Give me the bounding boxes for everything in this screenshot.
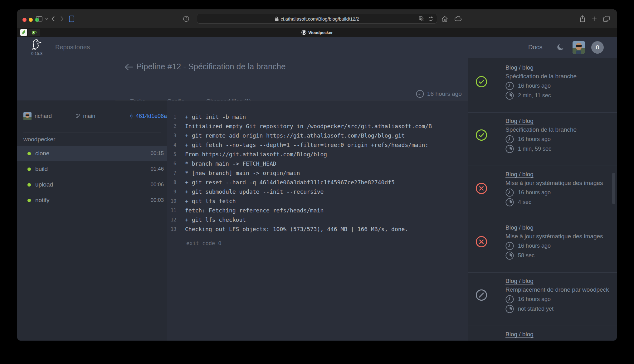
step-name: notify: [35, 197, 146, 204]
build-repo-link[interactable]: Blog / blog: [505, 117, 534, 125]
log-line: 10 + git lfs fetch: [167, 197, 468, 206]
log-line-number: 5: [167, 150, 176, 159]
branch-name[interactable]: main: [83, 113, 95, 119]
build-duration-row: 1 min, 59 sec: [505, 144, 609, 154]
log-line-number: 4: [167, 140, 176, 150]
new-tab-icon[interactable]: [592, 14, 597, 24]
log-line: 3 + git remote add origin https://git.at…: [167, 131, 468, 140]
browser-window: ci.athaliasoft.com/Blog/blog/build/12/2 …: [17, 9, 617, 341]
build-commit-message: Spécification de la branche: [505, 125, 609, 134]
build-time: 16 hours ago: [518, 243, 551, 249]
build-duration: not started yet: [518, 306, 554, 312]
build-duration-row: not started yet: [505, 304, 609, 314]
log-line-number: 10: [167, 197, 176, 206]
address-bar[interactable]: ci.athaliasoft.com/Blog/blog/build/12/2 …: [197, 14, 437, 24]
log-line-text: From https://git.athaliasoft.com/Blog/bl…: [176, 150, 327, 159]
build-time: 16 hours ago: [518, 296, 551, 303]
pipeline-step[interactable]: build 01:46: [17, 161, 167, 177]
build-commit-message: Mise à jour systématique des images: [505, 178, 609, 188]
build-list-item[interactable]: Blog / blog Remplacement de drone par wo…: [468, 273, 617, 326]
address-url: ci.athaliasoft.com/Blog/blog/build/12/2: [281, 16, 359, 22]
build-repo-link[interactable]: Blog / blog: [505, 277, 534, 285]
lock-icon: [275, 17, 279, 21]
forward-button[interactable]: [60, 14, 64, 24]
log-line-number: 12: [167, 215, 176, 225]
build-time: 16 hours ago: [518, 83, 551, 89]
builds-sidebar: Blog / blog Spécification de la branche …: [468, 58, 617, 341]
notification-badge[interactable]: 0: [591, 41, 604, 54]
log-line-number: 1: [167, 112, 176, 122]
log-line-number: 11: [167, 206, 176, 215]
failure-x-icon: [476, 182, 487, 194]
page-info-icon[interactable]: [183, 14, 189, 24]
log-line-text: + git submodule update --init --recursiv…: [176, 187, 324, 197]
start-page-icon[interactable]: [69, 14, 74, 24]
dark-mode-toggle-icon[interactable]: [554, 41, 567, 53]
nav-repositories-link[interactable]: Repositories: [55, 37, 90, 58]
step-duration: 00:03: [150, 197, 164, 203]
tab-overview-icon[interactable]: [603, 14, 610, 24]
pipeline-step[interactable]: notify 00:03: [17, 192, 167, 208]
log-line-number: 7: [167, 168, 176, 178]
build-status-icon: [476, 289, 487, 301]
icloud-tabs-icon[interactable]: [455, 14, 462, 24]
success-check-icon: [476, 129, 487, 141]
active-tab[interactable]: Woodpecker: [17, 28, 617, 37]
minimize-window-button[interactable]: [29, 18, 33, 22]
build-list-item[interactable]: Blog / blog Remplacement de drone par wo…: [468, 326, 617, 341]
step-log-output[interactable]: 1 + git init -b main 2 Initialized empty…: [167, 100, 468, 341]
log-line-text: + git lfs checkout: [176, 215, 246, 225]
clock-icon: [505, 188, 514, 197]
sidebar-scrollbar-thumb[interactable]: [612, 173, 615, 204]
log-line-text: + git init -b main: [176, 112, 246, 122]
user-avatar[interactable]: [573, 41, 585, 54]
log-line: 6 * branch main -> FETCH_HEAD: [167, 159, 468, 168]
build-list-item[interactable]: Blog / blog Mise à jour systématique des…: [468, 219, 617, 273]
duration-icon: [505, 251, 514, 260]
author-name: richard: [35, 113, 52, 119]
log-line-number: 13: [167, 225, 176, 234]
build-repo-link[interactable]: Blog / blog: [505, 330, 534, 338]
sidebar-toggle-icon[interactable]: [36, 14, 42, 24]
pipeline-steps-panel: richard main 4614d1e06a woodpecker clone: [17, 100, 167, 341]
commit-hash-link[interactable]: 4614d1e06a: [136, 113, 167, 119]
pipeline-step[interactable]: clone 00:15: [17, 146, 167, 161]
reload-icon[interactable]: [428, 14, 433, 23]
build-list-item[interactable]: Blog / blog Spécification de la branche …: [468, 59, 617, 113]
log-line: 13 Checking out LFS objects: 100% (573/5…: [167, 225, 468, 234]
build-duration-row: 4 sec: [505, 197, 609, 207]
step-name: upload: [35, 181, 146, 188]
browser-titlebar: ci.athaliasoft.com/Blog/blog/build/12/2 …: [17, 9, 617, 28]
build-repo-link[interactable]: Blog / blog: [505, 170, 534, 178]
close-window-button[interactable]: [22, 18, 27, 22]
duration-icon: [505, 91, 514, 100]
step-name: build: [35, 166, 146, 172]
pipeline-step[interactable]: upload 00:06: [17, 177, 167, 192]
log-line: 12 + git lfs checkout: [167, 215, 468, 225]
build-commit-message: Spécification de la branche: [505, 72, 609, 81]
build-status-icon: [476, 182, 487, 194]
build-time-row: 16 hours ago: [505, 188, 609, 197]
build-list-item[interactable]: Blog / blog Spécification de la branche …: [468, 113, 617, 166]
back-to-builds-icon[interactable]: [124, 62, 134, 72]
build-commit-message: Mise à jour systématique des images: [505, 232, 609, 241]
build-time-row: 16 hours ago: [505, 294, 609, 304]
build-repo-link[interactable]: Blog / blog: [505, 224, 534, 232]
translate-icon[interactable]: A a: [419, 14, 424, 23]
workflow-name: woodpecker: [23, 136, 55, 143]
build-time: 16 hours ago: [518, 189, 551, 196]
clock-icon: [416, 90, 424, 98]
step-name: clone: [35, 150, 146, 157]
nav-docs-link[interactable]: Docs: [528, 37, 543, 58]
woodpecker-logo-icon[interactable]: [29, 38, 43, 52]
back-button[interactable]: [51, 14, 55, 24]
log-lines: 1 + git init -b main 2 Initialized empty…: [167, 112, 468, 234]
home-icon[interactable]: [441, 14, 448, 24]
log-line-text: + git fetch --no-tags --depth=1 --filter…: [176, 140, 428, 150]
pipeline-time-label: 16 hours ago: [427, 90, 462, 97]
chevron-down-icon[interactable]: [45, 14, 48, 24]
log-line-text: + git reset --hard -q 4614d1e06a3dabf311…: [176, 178, 395, 187]
share-icon[interactable]: [580, 14, 585, 24]
build-repo-link[interactable]: Blog / blog: [505, 64, 534, 72]
build-list-item[interactable]: Blog / blog Mise à jour systématique des…: [468, 166, 617, 219]
